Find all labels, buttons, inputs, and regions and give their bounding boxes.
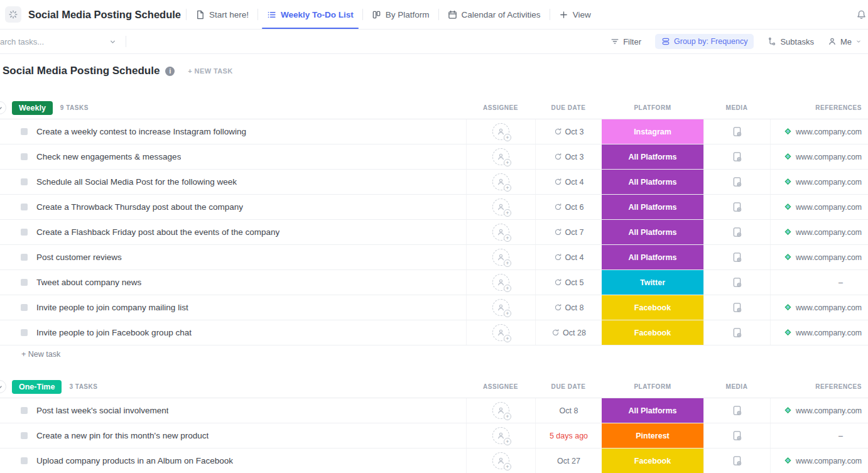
assignee-add-button[interactable]: + xyxy=(492,427,509,444)
task-title[interactable]: Invite people to join Facebook group cha… xyxy=(36,328,192,337)
task-checkbox[interactable] xyxy=(21,432,28,439)
group-badge[interactable]: Weekly xyxy=(12,101,53,115)
media-doc-icon[interactable] xyxy=(732,151,742,162)
task-checkbox[interactable] xyxy=(21,229,28,236)
add-task-button[interactable]: + New task xyxy=(0,345,868,363)
column-header-media[interactable]: MEDIA xyxy=(703,376,770,398)
view-tab[interactable]: View xyxy=(550,0,600,29)
task-row[interactable]: Upload company products in an Album on F… xyxy=(0,449,868,473)
due-date[interactable]: Oct 27 xyxy=(557,457,580,465)
media-doc-icon[interactable] xyxy=(732,327,742,338)
view-tab[interactable]: By Platform xyxy=(363,0,438,29)
platform-tag[interactable]: All Platforms xyxy=(602,170,703,194)
platform-tag[interactable]: All Platforms xyxy=(602,195,703,219)
task-title[interactable]: Create a new pin for this month's new pr… xyxy=(36,431,209,440)
media-doc-icon[interactable] xyxy=(732,277,742,288)
task-checkbox[interactable] xyxy=(21,128,28,135)
group-toggle-button[interactable] xyxy=(0,101,6,114)
task-row[interactable]: Create a Throwback Thursday post about t… xyxy=(0,195,868,220)
task-checkbox[interactable] xyxy=(21,304,28,311)
task-row[interactable]: Tweet about company news + Oct 5 Twitter xyxy=(0,270,868,295)
due-date[interactable]: Oct 8 xyxy=(565,303,584,312)
task-title[interactable]: Check new engagements & messages xyxy=(36,152,181,161)
task-row[interactable]: Schedule all Social Media Post for the f… xyxy=(0,170,868,195)
group-badge[interactable]: One-Time xyxy=(12,380,62,394)
media-doc-icon[interactable] xyxy=(732,405,742,416)
platform-tag[interactable]: Facebook xyxy=(602,320,703,345)
column-header-due-date[interactable]: DUE DATE xyxy=(535,376,602,398)
column-header-platform[interactable]: PLATFORM xyxy=(602,376,703,398)
task-checkbox[interactable] xyxy=(21,178,28,185)
group-toggle-button[interactable] xyxy=(0,380,6,393)
search-input[interactable]: arch tasks... xyxy=(0,37,121,46)
column-header-references[interactable]: REFERENCES xyxy=(770,97,868,119)
column-header-media[interactable]: MEDIA xyxy=(703,97,770,119)
platform-tag[interactable]: Twitter xyxy=(602,270,703,295)
task-title[interactable]: Post customer reviews xyxy=(36,253,122,262)
assignee-add-button[interactable]: + xyxy=(492,198,509,215)
media-doc-icon[interactable] xyxy=(732,177,742,187)
reference-link[interactable]: www.company.com xyxy=(796,128,862,136)
task-checkbox[interactable] xyxy=(21,329,28,336)
reference-link[interactable]: www.company.com xyxy=(796,203,862,212)
platform-tag[interactable]: Instagram xyxy=(602,119,703,144)
due-date[interactable]: Oct 7 xyxy=(565,228,584,237)
media-doc-icon[interactable] xyxy=(732,227,742,237)
media-doc-icon[interactable] xyxy=(732,455,742,466)
task-title[interactable]: Create a weekly contest to increase Inst… xyxy=(36,127,246,136)
filter-button[interactable]: Filter xyxy=(610,37,641,46)
task-checkbox[interactable] xyxy=(21,254,28,261)
due-date[interactable]: Oct 28 xyxy=(563,329,586,337)
task-title[interactable]: Invite people to join company mailing li… xyxy=(36,303,188,312)
due-date[interactable]: Oct 4 xyxy=(565,253,584,262)
view-tab[interactable]: Start here! xyxy=(187,0,258,29)
platform-tag[interactable]: Facebook xyxy=(602,295,703,320)
space-avatar[interactable] xyxy=(5,6,21,23)
assignee-add-button[interactable]: + xyxy=(492,274,509,291)
task-title[interactable]: Create a Flashback Friday post about the… xyxy=(36,227,279,237)
reference-link[interactable]: www.company.com xyxy=(796,303,862,312)
task-row[interactable]: Post last week's social involvement + Oc… xyxy=(0,398,868,423)
assignee-add-button[interactable]: + xyxy=(492,324,509,341)
task-row[interactable]: Invite people to join Facebook group cha… xyxy=(0,320,868,345)
assignee-add-button[interactable]: + xyxy=(492,173,509,190)
task-title[interactable]: Schedule all Social Media Post for the f… xyxy=(36,177,237,187)
task-checkbox[interactable] xyxy=(21,279,28,286)
notification-icon[interactable] xyxy=(856,9,867,20)
assignee-add-button[interactable]: + xyxy=(492,249,509,266)
media-doc-icon[interactable] xyxy=(732,302,742,313)
task-row[interactable]: Create a new pin for this month's new pr… xyxy=(0,423,868,449)
media-doc-icon[interactable] xyxy=(732,126,742,137)
column-header-assignee[interactable]: ASSIGNEE xyxy=(466,376,535,398)
reference-link[interactable]: www.company.com xyxy=(796,228,862,237)
assignee-add-button[interactable]: + xyxy=(492,299,509,316)
column-header-assignee[interactable]: ASSIGNEE xyxy=(466,97,535,119)
reference-link[interactable]: – xyxy=(838,278,862,287)
platform-tag[interactable]: All Platforms xyxy=(602,245,703,269)
due-date[interactable]: Oct 8 xyxy=(560,406,578,415)
platform-tag[interactable]: Facebook xyxy=(602,449,703,473)
reference-link[interactable]: – xyxy=(838,432,862,440)
subtasks-button[interactable]: Subtasks xyxy=(768,37,813,46)
task-row[interactable]: Create a Flashback Friday post about the… xyxy=(0,220,868,245)
column-header-references[interactable]: REFERENCES xyxy=(770,376,868,398)
reference-link[interactable]: www.company.com xyxy=(796,153,862,161)
assignee-add-button[interactable]: + xyxy=(492,452,509,469)
due-date[interactable]: 5 days ago xyxy=(550,432,588,440)
column-header-due-date[interactable]: DUE DATE xyxy=(535,97,602,119)
platform-tag[interactable]: All Platforms xyxy=(602,220,703,244)
media-doc-icon[interactable] xyxy=(732,252,742,263)
due-date[interactable]: Oct 5 xyxy=(565,278,584,287)
task-title[interactable]: Post last week's social involvement xyxy=(36,406,168,415)
task-row[interactable]: Invite people to join company mailing li… xyxy=(0,295,868,320)
task-title[interactable]: Tweet about company news xyxy=(36,278,141,287)
assignee-add-button[interactable]: + xyxy=(492,148,509,165)
media-doc-icon[interactable] xyxy=(732,202,742,212)
media-doc-icon[interactable] xyxy=(732,430,742,441)
assignee-add-button[interactable]: + xyxy=(492,402,509,419)
due-date[interactable]: Oct 3 xyxy=(565,153,584,161)
task-checkbox[interactable] xyxy=(21,407,28,414)
task-title[interactable]: Upload company products in an Album on F… xyxy=(36,456,233,465)
reference-link[interactable]: www.company.com xyxy=(796,253,862,262)
reference-link[interactable]: www.company.com xyxy=(796,406,862,415)
